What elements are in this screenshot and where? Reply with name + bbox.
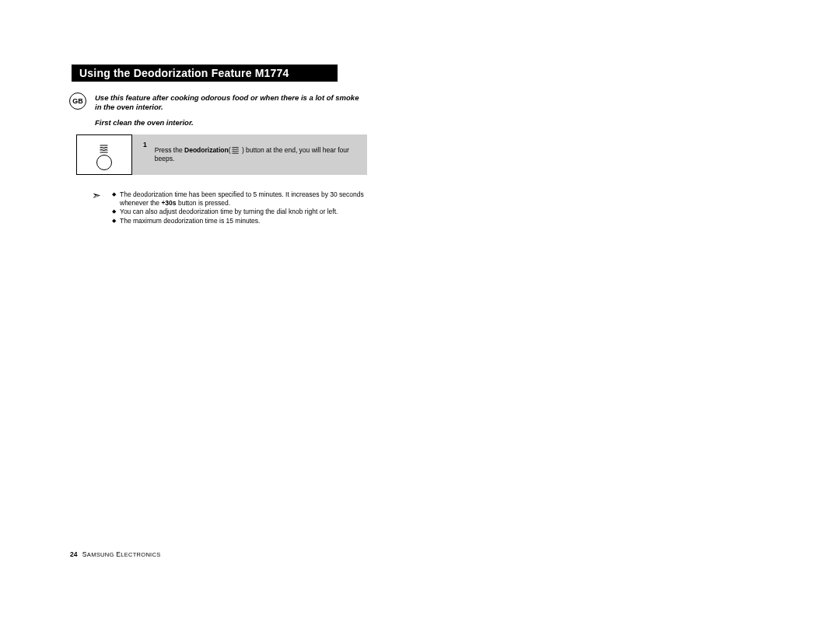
note2: You can also adjust deodorization time b… xyxy=(120,208,338,215)
manual-page: Using the Deodorization Feature M1774 GB… xyxy=(0,0,840,632)
section-title-bar: Using the Deodorization Feature M1774 xyxy=(72,65,338,82)
note-item: The deodorization time has been specifie… xyxy=(112,190,375,207)
dial-icon xyxy=(96,155,112,170)
note-item: The maximum deodorization time is 15 min… xyxy=(112,217,375,225)
note1-before: The deodorization time has been specifie… xyxy=(120,190,364,207)
note3: The maximum deodorization time is 15 min… xyxy=(120,217,260,225)
step-text: Press the Deodorization( ) button at the… xyxy=(155,146,358,162)
section-title: Using the Deodorization Feature M1774 xyxy=(79,67,289,79)
page-number: 24 xyxy=(70,550,77,558)
deodorization-icon xyxy=(99,143,110,154)
deodorization-icon-inline xyxy=(231,146,240,154)
intro-text-1: Use this feature after cooking odorous f… xyxy=(95,93,363,112)
note-item: You can also adjust deodorization time b… xyxy=(112,208,375,216)
step-number: 1 xyxy=(143,141,147,149)
step-instruction-box: 1 Press the Deodorization( ) button at t… xyxy=(132,134,367,175)
intro-text-2: First clean the oven interior. xyxy=(95,118,363,127)
step-text-bold: Deodorization xyxy=(184,146,229,154)
brand-name: SAMSUNG ELECTRONICS xyxy=(82,550,161,558)
notes: ➣ The deodorization time has been specif… xyxy=(95,190,375,226)
page-footer: 24 SAMSUNG ELECTRONICS xyxy=(70,550,161,558)
language-code: GB xyxy=(72,97,83,105)
language-badge: GB xyxy=(69,93,86,110)
control-panel-icon xyxy=(76,134,132,175)
step-row: 1 Press the Deodorization( ) button at t… xyxy=(76,134,367,175)
step-text-pre: Press the xyxy=(155,146,184,154)
note1-bold: +30s xyxy=(161,199,176,207)
note1-after: button is pressed. xyxy=(177,199,230,207)
notes-list: The deodorization time has been specifie… xyxy=(112,190,375,225)
pointer-icon: ➣ xyxy=(92,191,101,200)
